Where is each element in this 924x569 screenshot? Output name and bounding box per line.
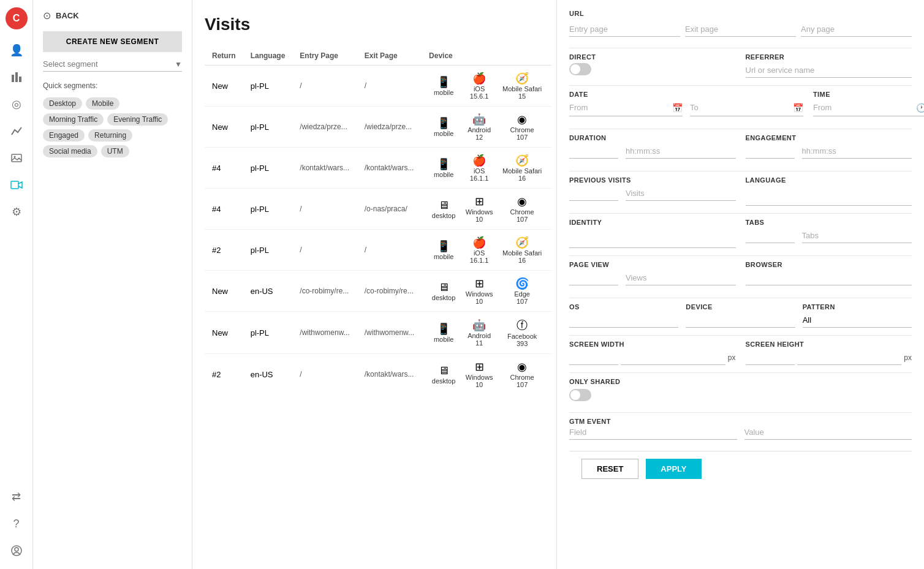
prev-visits-operator-select[interactable] (569, 186, 618, 201)
date-from-input-wrap: 📅 (569, 100, 683, 116)
page-view-title: PAGE VIEW (569, 261, 736, 268)
table-row[interactable]: New pl-PL /wiedza/prze... /wiedza/prze..… (205, 107, 551, 148)
language-input[interactable] (746, 186, 912, 206)
cell-exit-page: /withwomenw... (357, 312, 422, 354)
image-icon[interactable] (6, 147, 28, 169)
only-shared-toggle[interactable] (569, 389, 591, 401)
time-from-wrap: 🕐 (813, 100, 924, 116)
identity-input[interactable] (569, 228, 736, 248)
tag-mobile[interactable]: Mobile (86, 97, 119, 110)
col-device: Device (422, 47, 551, 66)
target-icon[interactable]: ◎ (6, 93, 28, 115)
tabs-title: TABS (746, 219, 912, 226)
tag-returning[interactable]: Returning (88, 129, 132, 141)
analytics-icon[interactable] (6, 66, 28, 88)
select-segment-dropdown[interactable]: Select segment ▼ (43, 59, 182, 72)
os-device-pattern-row: OS DEVICE PATTERN All (569, 303, 912, 328)
calendar-from-icon[interactable]: 📅 (672, 103, 683, 113)
url-section: URL (569, 10, 912, 37)
date-to-input-wrap: 📅 (690, 100, 803, 116)
pattern-select[interactable]: All (803, 313, 912, 328)
filter-panel: URL DIRECT (556, 0, 924, 569)
page-view-operator-select[interactable] (569, 271, 618, 285)
engagement-input[interactable] (802, 144, 912, 159)
referrer-input[interactable] (746, 63, 912, 78)
any-page-input[interactable] (801, 22, 912, 37)
entry-page-input[interactable] (569, 22, 680, 37)
reset-button[interactable]: RESET (581, 459, 638, 479)
cell-exit-page: /o-nas/praca/ (357, 189, 422, 230)
language-title: LANGUAGE (746, 176, 912, 184)
table-row[interactable]: #4 pl-PL /kontakt/wars... /kontakt/wars.… (205, 148, 551, 189)
direct-referrer-row: DIRECT REFERRER (569, 53, 912, 78)
date-to-input[interactable] (690, 100, 793, 115)
cell-device: 📱 mobile 🍎 iOS 16.1.1 🧭 Mobile Safari 16 (422, 148, 551, 189)
engagement-operator-select[interactable] (746, 144, 795, 159)
browser-select[interactable] (746, 271, 912, 285)
cell-device: 📱 mobile 🤖 Android 11 ⓕ Facebook 393 (422, 312, 551, 354)
table-row[interactable]: New en-US /co-robimy/re... /co-robimy/re… (205, 271, 551, 312)
cell-language: pl-PL (243, 189, 293, 230)
tag-morning-traffic[interactable]: Morning Traffic (43, 113, 104, 126)
cell-return: New (205, 66, 243, 107)
col-entry-page: Entry Page (292, 47, 357, 66)
clock-from-icon[interactable]: 🕐 (916, 103, 924, 113)
engagement-col: ENGAGEMENT (746, 134, 912, 164)
chart-icon[interactable] (6, 120, 28, 142)
table-row[interactable]: #4 pl-PL / /o-nas/praca/ 🖥 desktop ⊞ Win… (205, 189, 551, 230)
segment-select[interactable]: Select segment (43, 59, 182, 69)
cell-language: pl-PL (243, 312, 293, 354)
settings-icon[interactable]: ⚙ (6, 201, 28, 223)
user-circle-icon[interactable] (6, 540, 28, 562)
col-return: Return (205, 47, 243, 66)
apply-button[interactable]: APPLY (646, 459, 701, 479)
cell-exit-page: /kontakt/wars... (357, 354, 422, 395)
person-icon[interactable]: 👤 (6, 39, 28, 61)
duration-operator-select[interactable] (569, 144, 618, 159)
exit-page-col (685, 22, 796, 37)
screen-height-input[interactable] (797, 350, 902, 365)
screen-width-input[interactable] (621, 350, 725, 365)
tabs-input[interactable] (802, 228, 912, 243)
page-view-input[interactable] (626, 271, 736, 285)
prev-visits-input[interactable] (626, 186, 736, 201)
table-row[interactable]: #2 en-US / /kontakt/wars... 🖥 desktop ⊞ … (205, 354, 551, 395)
direct-toggle[interactable] (569, 63, 591, 75)
arrows-icon[interactable]: ⇄ (6, 486, 28, 508)
content-wrapper: ⊙ BACK CREATE NEW SEGMENT Select segment… (33, 0, 924, 569)
cell-entry-page: /co-robimy/re... (292, 271, 357, 312)
gtm-value-input[interactable] (744, 425, 912, 440)
screen-width-operator-select[interactable] (569, 350, 618, 365)
duration-input[interactable] (626, 144, 736, 159)
entry-page-col (569, 22, 680, 37)
svg-rect-5 (11, 181, 18, 189)
screen-height-operator-select[interactable] (746, 350, 795, 365)
exit-page-input[interactable] (685, 22, 796, 37)
date-from-input[interactable] (569, 100, 672, 115)
gtm-field-input[interactable] (569, 425, 737, 440)
create-segment-button[interactable]: CREATE NEW SEGMENT (43, 31, 182, 52)
tag-desktop[interactable]: Desktop (43, 97, 82, 110)
tag-social-media[interactable]: Social media (43, 145, 97, 157)
video-icon[interactable] (6, 174, 28, 196)
cell-device: 📱 mobile 🍎 iOS 15.6.1 🧭 Mobile Safari 15 (422, 66, 551, 107)
tag-evening-traffic[interactable]: Evening Traffic (107, 113, 168, 126)
help-icon[interactable]: ? (6, 513, 28, 535)
back-label[interactable]: BACK (56, 11, 79, 20)
tabs-operator-select[interactable] (746, 228, 795, 243)
back-icon: ⊙ (43, 10, 51, 21)
table-row[interactable]: #2 pl-PL / / 📱 mobile 🍎 iOS 16.1.1 🧭 Mob… (205, 230, 551, 271)
tag-utm[interactable]: UTM (101, 145, 129, 157)
tag-engaged[interactable]: Engaged (43, 129, 85, 141)
os-select[interactable] (569, 313, 678, 328)
table-row[interactable]: New pl-PL / / 📱 mobile 🍎 iOS 15.6.1 🧭 Mo… (205, 66, 551, 107)
sidebar: C 👤 ◎ ⚙ ⇄ ? (0, 0, 33, 569)
calendar-to-icon[interactable]: 📅 (793, 103, 803, 113)
time-from-input[interactable] (813, 100, 916, 115)
cell-entry-page: / (292, 354, 357, 395)
table-row[interactable]: New pl-PL /withwomenw... /withwomenw... … (205, 312, 551, 354)
device-select[interactable] (686, 313, 795, 328)
svg-point-7 (15, 548, 18, 551)
identity-title: IDENTITY (569, 219, 736, 226)
cell-entry-page: / (292, 230, 357, 271)
